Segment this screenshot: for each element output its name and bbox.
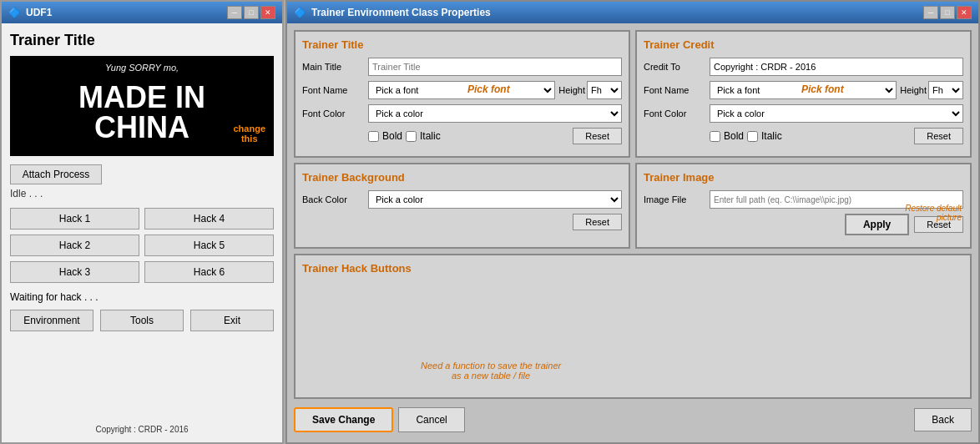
bottom-left-buttons: Save Change Cancel <box>294 407 465 432</box>
bold-italic-row: Bold Italic Reset <box>302 128 622 144</box>
restore-annotation: Restore defaultpicture <box>905 204 962 222</box>
trainer-hack-buttons-panel: Trainer Hack Buttons Need a function to … <box>294 254 972 399</box>
env-title-text: Trainer Environment Class Properties <box>311 7 491 18</box>
env-close-button[interactable]: ✕ <box>957 6 972 19</box>
trainer-env-titlebar: 🔷 Trainer Environment Class Properties ─… <box>287 2 978 23</box>
env-minimize-button[interactable]: ─ <box>923 6 938 19</box>
bg-reset-button[interactable]: Reset <box>573 214 622 230</box>
apply-button[interactable]: Apply <box>845 214 909 235</box>
trainer-bg-heading: Trainer Background <box>302 171 622 184</box>
font-name-row: Font Name Pick a font Height Fh <box>302 81 622 99</box>
height-label: Height <box>558 85 585 95</box>
credit-to-label: Credit To <box>644 62 706 72</box>
bottom-buttons: Environment Tools Exit <box>10 310 274 331</box>
bold-checkbox[interactable] <box>368 131 379 142</box>
credit-font-name-row: Font Name Pick a font Height Fh <box>644 81 963 99</box>
back-color-row: Back Color Pick a color <box>302 190 622 209</box>
back-color-label: Back Color <box>302 194 365 204</box>
credit-height-group: Height Fh <box>900 81 963 99</box>
credit-font-color-select[interactable]: Pick a color <box>710 104 963 123</box>
main-title-input[interactable] <box>368 58 622 76</box>
trainer-image-heading: Trainer Image <box>644 171 963 184</box>
hack-buttons-grid: Hack 1 Hack 4 Hack 2 Hack 5 Hack 3 Hack … <box>10 208 274 283</box>
credit-height-label: Height <box>900 85 927 95</box>
env-title-icon: 🔷 <box>294 7 306 18</box>
env-content: Trainer Title Main Title Font Name Pick … <box>287 23 978 442</box>
tools-button[interactable]: Tools <box>100 310 184 331</box>
trainer-background-panel: Trainer Background Back Color Pick a col… <box>294 163 630 249</box>
trainer-image-panel: Trainer Image Image File Apply Reset Res… <box>635 163 972 249</box>
trainer-env-window: 🔷 Trainer Environment Class Properties ─… <box>285 0 980 444</box>
env-maximize-button[interactable]: □ <box>940 6 955 19</box>
top-panels-row: Trainer Title Main Title Font Name Pick … <box>294 30 972 158</box>
trainer-credit-panel: Trainer Credit Credit To Font Name Pick … <box>635 30 972 158</box>
minimize-button[interactable]: ─ <box>227 6 242 19</box>
hack5-button[interactable]: Hack 5 <box>144 235 274 256</box>
hack2-button[interactable]: Hack 2 <box>10 235 139 256</box>
trainer-title-heading: Trainer Title <box>10 32 274 49</box>
height-select[interactable]: Fh <box>587 81 622 99</box>
main-title-label: Main Title <box>302 62 365 72</box>
udf1-titlebar: 🔷 UDF1 ─ □ ✕ <box>2 2 282 23</box>
credit-font-name-select[interactable]: Pick a font <box>710 81 897 99</box>
main-title-row: Main Title <box>302 58 622 76</box>
title-reset-button[interactable]: Reset <box>573 128 622 144</box>
close-button[interactable]: ✕ <box>260 6 275 19</box>
font-name-label: Font Name <box>302 85 365 95</box>
italic-checkbox[interactable] <box>406 131 417 142</box>
save-note-annotation: Need a function to save the traineras a … <box>421 361 561 381</box>
banner-change-text: changethis <box>233 124 265 144</box>
image-file-label: Image File <box>644 194 706 204</box>
credit-height-select[interactable]: Fh <box>928 81 963 99</box>
waiting-text: Waiting for hack . . . <box>10 291 274 303</box>
font-color-label: Font Color <box>302 108 365 119</box>
credit-font-color-label: Font Color <box>644 108 706 119</box>
font-color-select[interactable]: Pick a color <box>368 104 622 123</box>
credit-to-input[interactable] <box>710 58 963 76</box>
font-color-row: Font Color Pick a color <box>302 104 622 123</box>
font-name-select[interactable]: Pick a font <box>368 81 555 99</box>
save-change-button[interactable]: Save Change <box>294 407 393 432</box>
trainer-banner: Yung SORRY mo, MADE IN CHINA changethis <box>10 56 274 156</box>
hack1-button[interactable]: Hack 1 <box>10 208 139 230</box>
bg-reset-row: Reset <box>302 214 622 230</box>
udf1-window: 🔷 UDF1 ─ □ ✕ Trainer Title Yung SORRY mo… <box>0 0 284 444</box>
hack6-button[interactable]: Hack 6 <box>144 261 274 283</box>
back-color-select[interactable]: Pick a color <box>368 190 622 209</box>
credit-bold-label: Bold <box>724 130 744 142</box>
banner-line1: MADE IN <box>78 83 205 113</box>
credit-to-row: Credit To <box>644 58 963 76</box>
attach-process-button[interactable]: Attach Process <box>10 164 102 184</box>
back-button[interactable]: Back <box>914 408 972 431</box>
hack3-button[interactable]: Hack 3 <box>10 261 139 283</box>
height-group: Height Fh <box>558 81 622 99</box>
bold-label: Bold <box>382 130 402 142</box>
udf1-title-icon: 🔷 <box>8 7 21 18</box>
credit-bold-checkbox[interactable] <box>710 131 720 142</box>
banner-line2: CHINA <box>78 113 205 143</box>
environment-button[interactable]: Environment <box>10 310 93 331</box>
copyright-text: Copyright : CRDR - 2016 <box>10 420 274 434</box>
credit-bold-italic-row: Bold Italic Reset <box>644 128 963 144</box>
udf1-content: Trainer Title Yung SORRY mo, MADE IN CHI… <box>2 23 282 442</box>
env-window-controls: ─ □ ✕ <box>923 6 972 19</box>
exit-button[interactable]: Exit <box>190 310 274 331</box>
credit-font-color-row: Font Color Pick a color <box>644 104 963 123</box>
banner-main-text: MADE IN CHINA <box>78 83 205 143</box>
italic-label: Italic <box>420 130 441 142</box>
credit-italic-label: Italic <box>761 130 782 142</box>
udf1-title-text: UDF1 <box>26 7 52 18</box>
udf1-window-controls: ─ □ ✕ <box>227 6 275 19</box>
maximize-button[interactable]: □ <box>244 6 259 19</box>
trainer-title-panel: Trainer Title Main Title Font Name Pick … <box>294 30 630 158</box>
credit-italic-checkbox[interactable] <box>747 131 758 142</box>
credit-reset-button[interactable]: Reset <box>914 128 963 144</box>
bottom-action-bar: Save Change Cancel Back <box>294 404 972 436</box>
hack4-button[interactable]: Hack 4 <box>144 208 274 230</box>
trainer-credit-heading: Trainer Credit <box>644 38 963 51</box>
middle-panels-row: Trainer Background Back Color Pick a col… <box>294 163 972 249</box>
banner-top-text: Yung SORRY mo, <box>105 63 179 73</box>
credit-font-name-label: Font Name <box>644 85 706 95</box>
cancel-button[interactable]: Cancel <box>398 407 464 432</box>
status-text: Idle . . . <box>10 188 274 199</box>
